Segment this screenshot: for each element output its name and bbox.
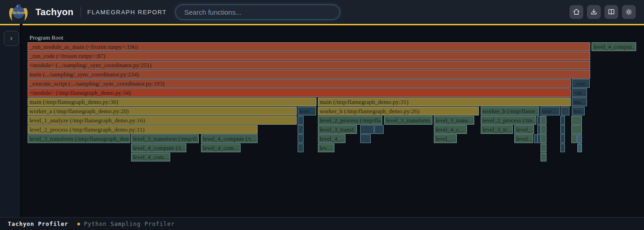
flame-bar[interactable]: level_4_compute (/t… (131, 144, 186, 152)
flame-bar[interactable]: wo… (572, 107, 585, 115)
flame-bar[interactable] (571, 134, 577, 143)
flame-bar[interactable]: level_2_process (/tmp/fla… (318, 116, 382, 125)
footer-title: Tachyon Profiler (8, 221, 69, 227)
flame-bar[interactable]: <module> (/tmp/flamegraph_demo.py:34) (28, 88, 571, 97)
flame-bar[interactable]: wor… (540, 107, 560, 115)
flame-bar[interactable]: _execute_script (.../sampling/_sync_coor… (28, 79, 571, 88)
flame-bar[interactable]: lev… (318, 144, 334, 152)
flame-bar[interactable]: level_… (514, 125, 534, 134)
flame-bar[interactable] (571, 116, 582, 125)
flame-bar[interactable]: level_4_comput… (592, 42, 636, 51)
flame-bar[interactable]: level_3_transform (/tmp/fl… (131, 134, 199, 143)
flame-bar[interactable]: _run_module_as_main (<frozen runpy>:196) (28, 42, 590, 51)
flame-bar[interactable]: <module> (.../sampling/_sync_coordinator… (28, 61, 590, 69)
flame-bar[interactable]: main (/tmp/flamegraph_demo.py:31) (318, 98, 571, 106)
flame-bar[interactable]: main (/tmp/flamegraph_demo.py:30) (28, 98, 316, 106)
flame-bar[interactable]: _run_code (<frozen runpy>:87) (28, 52, 590, 60)
flame-bar[interactable] (540, 116, 546, 125)
flame-bar[interactable] (298, 125, 304, 134)
footer-subtitle: Python Sampling Profiler (84, 221, 175, 227)
flame-bar[interactable] (577, 134, 582, 143)
flame-bar[interactable] (540, 153, 546, 161)
flame-bar[interactable]: level_3_tr… (481, 125, 513, 134)
flame-bar[interactable] (298, 134, 304, 143)
flamegraph-root-label: Program Root (29, 33, 63, 42)
flame-bar[interactable] (560, 116, 565, 125)
flame-bar[interactable] (560, 134, 565, 143)
flame-bar[interactable] (298, 144, 304, 152)
flame-bar[interactable] (577, 144, 582, 152)
flame-bar[interactable]: level_2_process (/tm… (481, 116, 536, 125)
flame-bar[interactable] (374, 125, 384, 134)
flame-bar[interactable]: level… (514, 134, 533, 143)
flame-bar[interactable]: ma… (572, 98, 587, 106)
flame-bar[interactable] (540, 134, 546, 143)
flame-bar[interactable] (571, 125, 582, 134)
flame-bar[interactable]: level_1_analyze (/tmp/flamegraph_demo.py… (28, 116, 297, 125)
flame-bar[interactable]: worker_b (/tmp/flame… (481, 107, 539, 115)
flame-bar[interactable]: level_4_c… (434, 125, 467, 134)
flame-bar[interactable]: worker_b (/tmp/flamegraph_demo.py:26) (318, 107, 479, 115)
footer: Tachyon Profiler Python Sampling Profile… (0, 217, 644, 230)
flame-bar[interactable] (540, 125, 546, 134)
flame-bar[interactable]: level_3_transform (/tmp/flamegraph_dem… (28, 134, 130, 143)
flame-bar[interactable] (298, 116, 304, 125)
flame-bar[interactable]: level_3_transf… (318, 125, 357, 134)
flame-bar[interactable] (560, 125, 565, 134)
status-dot-icon (77, 223, 80, 225)
flame-bar[interactable] (560, 144, 565, 152)
flame-bar[interactable]: _exe… (572, 79, 590, 88)
flame-bar[interactable]: level_3_trans… (434, 116, 474, 125)
flame-bar[interactable] (561, 107, 569, 115)
flame-bar[interactable]: level_4_com… (201, 144, 241, 152)
flame-bar[interactable]: level_3_transform… (384, 116, 432, 125)
app: Tachyon Tachyon FLAMEGRAPH REPORT (0, 0, 644, 230)
flamegraph-layer: Program Root _run_module_as_main (<froze… (0, 0, 644, 230)
flame-bar[interactable]: level_4_com… (131, 153, 170, 161)
flame-bar[interactable] (360, 134, 371, 143)
flame-bar[interactable]: level_… (434, 134, 457, 143)
flame-bar[interactable]: level_4_… (318, 134, 345, 143)
flame-bar[interactable]: wor… (298, 107, 316, 115)
flame-bar[interactable] (540, 144, 546, 152)
flame-bar[interactable]: level_4_compute (/t… (201, 134, 258, 143)
flame-bar[interactable]: <m… (572, 88, 587, 97)
flame-bar[interactable]: level_2_process (/tmp/flamegraph_demo.py… (28, 125, 258, 134)
flame-bar[interactable] (360, 125, 374, 134)
flame-bar[interactable]: main (.../sampling/_sync_coordinator.py:… (28, 70, 590, 79)
flame-bar[interactable]: worker_a (/tmp/flamegraph_demo.py:20) (28, 107, 297, 115)
